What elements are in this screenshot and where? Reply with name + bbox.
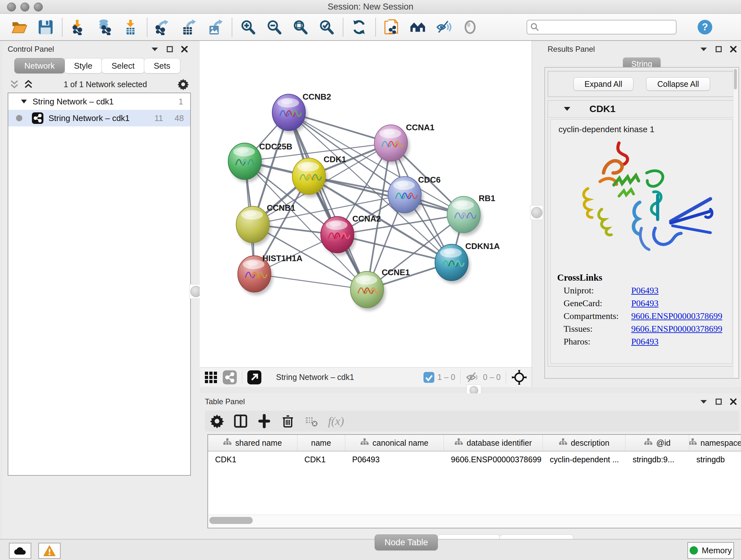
results-scrollbar[interactable] [733,68,738,377]
network-row[interactable]: String Network – cdk1 11 48 [8,110,190,126]
crosslink-link[interactable]: P06493 [631,298,659,308]
export-image-icon[interactable] [207,19,223,35]
table-cell[interactable]: 9606.ENSP00000378699 [444,451,543,468]
float-panel-icon[interactable] [716,46,722,52]
save-session-icon[interactable] [38,19,54,35]
delete-column-icon[interactable] [281,414,295,428]
horizontal-splitter[interactable] [200,387,741,393]
crosslink-link[interactable]: 9606.ENSP00000378699 [631,311,722,321]
close-panel-icon[interactable] [181,46,188,52]
collapse-all-icon[interactable] [10,79,19,90]
import-database-icon[interactable] [96,19,112,35]
close-panel-icon[interactable] [730,46,737,52]
collapse-panel-icon[interactable] [700,47,707,51]
splitter-handle[interactable] [530,205,543,220]
export-table-icon[interactable] [181,19,197,35]
search-input[interactable] [527,20,677,35]
column-header-name[interactable]: name [297,435,345,451]
show-icon[interactable] [462,19,478,35]
network-view[interactable]: CCNB2CCNA1CDC25BCDK1CDC6RB1CCNB1CCNA2CDK… [200,41,532,387]
memory-button[interactable]: Memory [687,542,734,559]
table-header-row: shared namenamecanonical namedatabase id… [208,435,741,451]
float-panel-icon[interactable] [166,46,173,52]
node-RB1[interactable] [447,196,482,236]
birds-eye-grid-icon[interactable] [204,370,218,384]
column-header--id[interactable]: @id [625,435,689,451]
delete-table-icon[interactable] [305,414,319,428]
node-CCNA2[interactable] [321,216,356,256]
fit-content-icon[interactable] [511,369,527,385]
string-import-icon[interactable] [384,19,400,35]
node-CCNE1[interactable] [350,271,386,311]
tab-node-table[interactable]: Node Table [375,535,438,550]
help-icon[interactable]: ? [697,19,713,35]
node-CDK1[interactable] [292,158,327,197]
hide-icon[interactable] [436,19,452,35]
table-cell[interactable]: P06493 [345,451,444,468]
table-cell[interactable]: CDK1 [297,451,345,468]
tab-select[interactable]: Select [102,58,144,73]
selected-checkbox-icon[interactable] [423,372,434,383]
open-session-icon[interactable] [11,19,27,35]
network-collection-row[interactable]: String Network – cdk1 1 [8,93,190,110]
zoom-out-icon[interactable] [266,19,282,35]
expand-all-button[interactable]: Expand All [574,77,633,91]
column-header-database-identifier[interactable]: database identifier [444,435,543,451]
close-panel-icon[interactable] [730,398,737,405]
crosslink-link[interactable]: P06493 [631,336,659,347]
left-splitter[interactable] [192,41,200,540]
cloud-button[interactable] [9,543,31,559]
node-CCNA1[interactable] [374,125,409,164]
table-cell[interactable]: cyclin-dependent ... [543,451,626,468]
table-row[interactable]: CDK1CDK1P064939606.ENSP00000378699cyclin… [208,451,741,468]
current-network-name: String Network – cdk1 [276,373,423,382]
import-table-icon[interactable] [123,19,138,35]
crosslink-row: GeneCard:P06493 [563,298,732,308]
section-collapse-icon[interactable] [564,107,570,111]
node-CDC25B[interactable] [228,143,263,182]
houses-icon[interactable] [410,19,426,35]
table-cell[interactable]: CDK1 [208,451,297,468]
column-header-canonical-name[interactable]: canonical name [345,435,444,451]
add-column-icon[interactable] [257,414,271,428]
column-header-description[interactable]: description [543,435,626,451]
table-cell[interactable]: stringdb [689,451,741,468]
tree-expand-icon[interactable] [21,99,27,104]
network-canvas[interactable]: CCNB2CCNA1CDC25BCDK1CDC6RB1CCNB1CCNA2CDK… [200,41,532,367]
tab-style[interactable]: Style [64,58,103,73]
warning-button[interactable] [38,543,61,559]
gear-icon[interactable] [178,78,189,90]
open-in-window-icon[interactable] [247,370,261,384]
edge-count: 48 [175,113,184,123]
node-label-CDC6: CDC6 [418,175,441,185]
table-cell[interactable]: stringdb:9... [625,451,689,468]
expand-all-icon[interactable] [23,79,33,90]
float-panel-icon[interactable] [716,398,722,405]
refresh-icon[interactable] [351,19,367,35]
column-header-namespace[interactable]: namespace [689,435,741,451]
import-network-icon[interactable] [70,19,86,35]
crosslink-link[interactable]: 9606.ENSP00000378699 [631,324,722,334]
zoom-selected-icon[interactable] [319,19,334,35]
zoom-in-icon[interactable] [240,19,256,35]
show-columns-icon[interactable] [233,414,248,428]
node-CCNB2[interactable] [272,94,307,133]
collapse-panel-icon[interactable] [700,399,707,404]
right-splitter[interactable] [532,41,543,393]
zoom-fit-icon[interactable] [292,19,308,35]
gear-icon[interactable] [210,414,224,428]
table-horizontal-scrollbar[interactable] [207,515,741,528]
crosslink-link[interactable]: P06493 [631,286,659,295]
node-CDKN1A[interactable] [435,244,470,284]
export-network-icon[interactable] [155,19,171,35]
column-header-shared-name[interactable]: shared name [208,435,297,451]
tab-network[interactable]: Network [14,58,64,73]
gene-header[interactable]: CDK1 [548,101,736,118]
network-overview-icon[interactable] [223,370,237,384]
collapse-all-button[interactable]: Collapse All [646,77,711,91]
collapse-panel-icon[interactable] [151,47,158,51]
network-selection-row: 1 of 1 Network selected [10,78,189,90]
tab-sets[interactable]: Sets [144,58,180,73]
function-builder-button[interactable]: f(x) [328,415,344,428]
column-type-icon [455,438,463,448]
